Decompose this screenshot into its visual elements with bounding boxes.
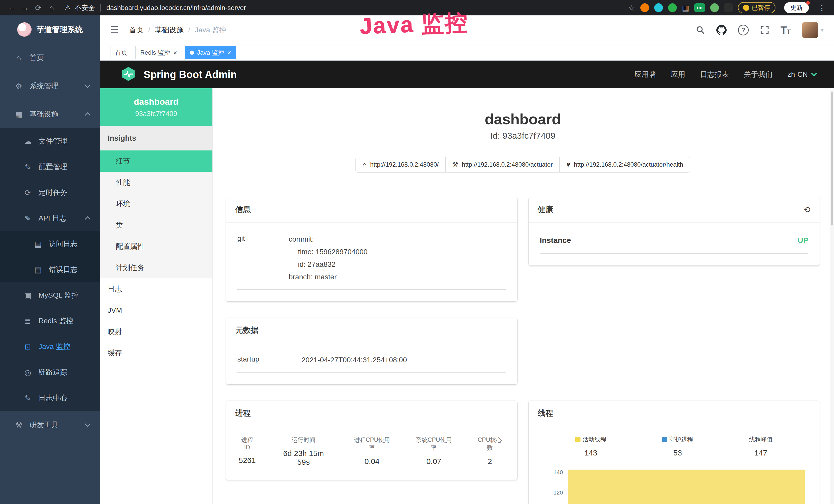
sidebar-item-scheduled-tasks[interactable]: ⟳ 定时任务: [0, 180, 100, 205]
refresh-history-icon[interactable]: ⟲: [804, 205, 810, 215]
database-icon: ▣: [23, 291, 32, 300]
locale-selector[interactable]: zh-CN: [788, 70, 816, 78]
sba-menu-item-jvm[interactable]: JVM: [100, 300, 213, 321]
instance-header[interactable]: dashboard 93a3fc7f7409: [100, 88, 213, 126]
sba-menu-item-environment[interactable]: 环境: [100, 193, 213, 214]
extensions-grid-icon[interactable]: ▦: [682, 3, 689, 12]
health-heart-icon: ♥: [566, 161, 570, 169]
sidebar-item-config-management[interactable]: ✎ 配置管理: [0, 154, 100, 180]
metadata-row: startup 2021-04-27T00:44:31.254+08:00: [237, 352, 506, 372]
sba-menu-item-details[interactable]: 细节: [100, 151, 213, 172]
sidebar-item-api-logs[interactable]: ✎ API 日志: [0, 205, 100, 231]
extension-icon[interactable]: [640, 3, 649, 12]
metric-label: 进程CPU使用率: [351, 436, 393, 452]
tab-home[interactable]: 首页: [110, 46, 132, 59]
metric-uptime: 运行时间 6d 23h 15m 59s: [276, 436, 331, 466]
root-url-link[interactable]: ⌂ http://192.168.0.2:48080/: [355, 157, 446, 173]
metric-value: 0.07: [413, 457, 455, 466]
tab-redis-monitor[interactable]: Redis 监控 ×: [135, 46, 182, 59]
breadcrumb-home[interactable]: 首页: [129, 25, 144, 35]
sba-nav-about[interactable]: 关于我们: [744, 70, 773, 79]
breadcrumb-infrastructure[interactable]: 基础设施: [155, 25, 184, 35]
health-card: 健康 ⟲ Instance UP: [529, 197, 820, 266]
sba-menu-item-logs[interactable]: 日志: [100, 278, 213, 300]
sba-menu-item-classes[interactable]: 类: [100, 214, 213, 236]
sidebar-item-label: API 日志: [39, 213, 67, 223]
scrollbar[interactable]: [830, 90, 834, 504]
api-logs-submenu: ▤ 访问日志 ▤ 错误日志: [0, 231, 100, 282]
sidebar-item-system-management[interactable]: ⚙ 系统管理: [0, 72, 100, 100]
sba-menu-item-config-props[interactable]: 配置属性: [100, 236, 213, 257]
app-logo[interactable]: 芋道管理系统: [0, 16, 100, 44]
user-menu[interactable]: ▾: [802, 22, 824, 38]
sba-menu-item-scheduled-tasks[interactable]: 计划任务: [100, 257, 213, 278]
metric-label: 守护进程: [670, 435, 693, 443]
actuator-url-link[interactable]: ⚒ http://192.168.0.2:48080/actuator: [445, 157, 560, 173]
sba-menu-group-insights: Insights: [100, 126, 213, 151]
sidebar-item-link-tracing[interactable]: ◎ 链路追踪: [0, 360, 100, 385]
search-icon[interactable]: [696, 25, 705, 35]
metadata-card-title: 元数据: [235, 325, 258, 336]
loop-icon: ⟳: [23, 188, 32, 197]
sidebar-item-infrastructure[interactable]: ▦ 基础设施: [0, 100, 100, 129]
hamburger-icon[interactable]: ☰: [110, 24, 119, 36]
close-icon[interactable]: ×: [227, 49, 231, 56]
update-button[interactable]: 更新: [784, 2, 809, 13]
sidebar-item-error-logs[interactable]: ▤ 错误日志: [0, 257, 100, 282]
edit-icon: ✎: [23, 162, 32, 171]
extension-icon[interactable]: [654, 3, 663, 12]
sidebar-item-log-center[interactable]: ✎ 日志中心: [0, 385, 100, 411]
sba-menu-item-performance[interactable]: 性能: [100, 172, 213, 193]
back-icon[interactable]: ←: [6, 2, 18, 14]
health-url-link[interactable]: ♥ http://192.168.0.2:48080/actuator/heal…: [559, 157, 690, 173]
sidebar-item-java-monitor[interactable]: ⊡ Java 监控: [0, 334, 100, 360]
scrollbar-thumb[interactable]: [831, 92, 833, 225]
help-icon[interactable]: ?: [738, 25, 749, 36]
sidebar-item-redis-monitor[interactable]: ≣ Redis 监控: [0, 308, 100, 334]
avatar[interactable]: [802, 22, 818, 38]
sidebar-item-label: 错误日志: [49, 265, 78, 274]
sba-brand-title[interactable]: Spring Boot Admin: [144, 69, 237, 81]
extension-icon[interactable]: [668, 3, 677, 12]
close-icon[interactable]: ×: [173, 49, 177, 56]
paused-badge[interactable]: 已暂停: [738, 2, 775, 13]
paused-label: 已暂停: [752, 4, 770, 12]
github-icon[interactable]: [716, 25, 727, 35]
not-secure-label[interactable]: 不安全: [75, 3, 95, 12]
address-bar[interactable]: ⚠ 不安全 dashboard.yudao.iocoder.cn/infra/a…: [65, 3, 246, 12]
extension-on-badge[interactable]: on: [694, 3, 705, 12]
sidebar-item-mysql-monitor[interactable]: ▣ MySQL 监控: [0, 282, 100, 308]
fullscreen-icon[interactable]: [760, 25, 769, 35]
bookmark-star-icon[interactable]: ☆: [628, 3, 635, 12]
sba-nav-journal[interactable]: 日志报表: [700, 70, 729, 79]
sidebar-item-access-logs[interactable]: ▤ 访问日志: [0, 231, 100, 257]
reload-icon[interactable]: ⟳: [32, 2, 44, 14]
sidebar-item-file-management[interactable]: ☁ 文件管理: [0, 129, 100, 154]
home-icon[interactable]: ⌂: [46, 2, 58, 14]
tab-java-monitor[interactable]: Java 监控 ×: [185, 46, 236, 59]
forward-icon[interactable]: →: [19, 2, 31, 14]
chevron-down-icon: [85, 82, 91, 88]
font-size-icon[interactable]: TT: [781, 24, 791, 36]
sidebar-item-home[interactable]: ⌂ 首页: [0, 44, 100, 72]
screen-icon: ⊡: [23, 342, 32, 351]
metric-pid: 进程ID 5261: [238, 436, 256, 466]
metric-label: 进程ID: [238, 436, 256, 451]
edit-icon: ✎: [23, 214, 32, 223]
sba-nav-applications[interactable]: 应用: [671, 70, 685, 79]
url-text[interactable]: dashboard.yudao.iocoder.cn/infra/admin-s…: [106, 4, 246, 12]
sba-menu-item-mappings[interactable]: 映射: [100, 321, 213, 342]
browser-menu-icon[interactable]: ⋮: [818, 3, 826, 12]
extension-icon[interactable]: [710, 3, 719, 12]
home-icon: ⌂: [363, 161, 367, 169]
sba-header: Spring Boot Admin 应用墙 应用 日志报表 关于我们 zh-CN: [100, 61, 834, 88]
sba-nav-wall[interactable]: 应用墙: [634, 70, 656, 79]
cloud-icon: ☁: [23, 137, 32, 146]
startup-key: startup: [237, 353, 302, 366]
metric-label: 系统CPU使用率: [413, 436, 455, 452]
git-id-line: id: 27aa832: [289, 258, 506, 271]
sba-menu-item-caches[interactable]: 缓存: [100, 342, 213, 364]
git-info-row: git commit: time: 1596289704000 id: 27aa…: [237, 232, 506, 290]
puzzle-extension-icon[interactable]: [724, 3, 733, 12]
sidebar-item-dev-tools[interactable]: ⚒ 研发工具: [0, 411, 100, 439]
